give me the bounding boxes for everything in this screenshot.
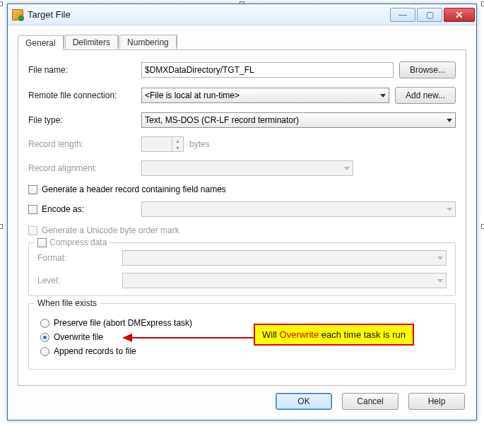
titlebar[interactable]: Target File — ▢ ✕ xyxy=(8,4,476,25)
tab-numbering[interactable]: Numbering xyxy=(119,35,177,49)
help-button[interactable]: Help xyxy=(408,393,465,410)
maximize-button[interactable]: ▢ xyxy=(417,8,442,22)
record-alignment-dropdown xyxy=(141,160,353,176)
compress-format-dropdown xyxy=(122,250,447,266)
encode-as-dropdown xyxy=(141,201,456,217)
tab-bar: General Delimiters Numbering xyxy=(18,33,466,49)
generate-header-checkbox[interactable] xyxy=(28,185,37,194)
compress-format-label: Format: xyxy=(37,253,122,263)
chevron-down-icon xyxy=(447,208,452,211)
radio-append-records[interactable] xyxy=(40,347,49,356)
file-name-label: File name: xyxy=(28,65,141,75)
compress-data-group: Compress data Format: Level: xyxy=(28,242,456,296)
chevron-down-icon xyxy=(447,119,452,122)
dialog-button-bar: OK Cancel Help xyxy=(18,386,466,411)
generate-bom-label: Generate a Unicode byte order mark xyxy=(42,225,179,235)
when-file-exists-label: When file exists xyxy=(37,298,97,308)
radio-overwrite-file[interactable] xyxy=(40,333,49,342)
chevron-down-icon xyxy=(437,279,443,283)
remote-connection-dropdown[interactable]: <File is local at run-time> xyxy=(141,88,389,103)
annotation-arrow-icon xyxy=(121,331,255,345)
cancel-button[interactable]: Cancel xyxy=(342,393,399,410)
encode-as-checkbox[interactable] xyxy=(28,205,37,214)
radio-preserve-file-label: Preserve file (abort DMExpress task) xyxy=(54,318,192,328)
compress-data-checkbox[interactable] xyxy=(37,238,47,247)
tab-page-general: File name: Browse... Remote file connect… xyxy=(18,49,466,386)
ok-button[interactable]: OK xyxy=(276,393,332,410)
radio-preserve-file[interactable] xyxy=(40,319,49,328)
minimize-button[interactable]: — xyxy=(390,8,415,22)
tab-delimiters[interactable]: Delimiters xyxy=(65,35,118,49)
compress-level-dropdown xyxy=(122,273,447,288)
compress-data-label: Compress data xyxy=(49,237,107,247)
annotation-callout: Will Overwrite each time task is run xyxy=(254,324,414,346)
close-button[interactable]: ✕ xyxy=(444,8,475,22)
remote-connection-label: Remote file connection: xyxy=(28,90,141,100)
app-icon xyxy=(12,9,23,20)
encode-as-label: Encode as: xyxy=(42,204,84,214)
svg-marker-1 xyxy=(122,334,132,342)
generate-bom-checkbox xyxy=(28,226,37,235)
radio-append-records-label: Append records to file xyxy=(54,346,136,356)
when-file-exists-group: When file exists Preserve file (abort DM… xyxy=(28,303,456,370)
remote-connection-value: <File is local at run-time> xyxy=(145,90,240,100)
radio-overwrite-file-label: Overwrite file xyxy=(54,332,103,342)
file-type-label: File type: xyxy=(28,115,141,125)
browse-button[interactable]: Browse... xyxy=(399,61,456,78)
generate-header-label: Generate a header record containing fiel… xyxy=(42,184,226,194)
file-name-input[interactable] xyxy=(141,62,394,78)
chevron-down-icon xyxy=(380,94,386,98)
file-type-dropdown[interactable]: Text, MS-DOS (CR-LF record terminator) xyxy=(141,112,456,128)
record-length-spinner: ▲ ▼ xyxy=(141,136,184,152)
record-length-unit: bytes xyxy=(189,139,210,149)
compress-level-label: Level: xyxy=(37,276,122,285)
add-new-button[interactable]: Add new... xyxy=(395,87,456,104)
spin-up-icon: ▲ xyxy=(172,137,183,144)
tab-general[interactable]: General xyxy=(18,35,64,50)
record-length-label: Record length: xyxy=(28,139,141,149)
spin-down-icon: ▼ xyxy=(172,144,183,151)
chevron-down-icon xyxy=(437,257,443,260)
record-alignment-label: Record alignment: xyxy=(28,163,141,173)
window-title: Target File xyxy=(28,9,71,20)
file-type-value: Text, MS-DOS (CR-LF record terminator) xyxy=(145,115,299,125)
chevron-down-icon xyxy=(344,167,350,170)
